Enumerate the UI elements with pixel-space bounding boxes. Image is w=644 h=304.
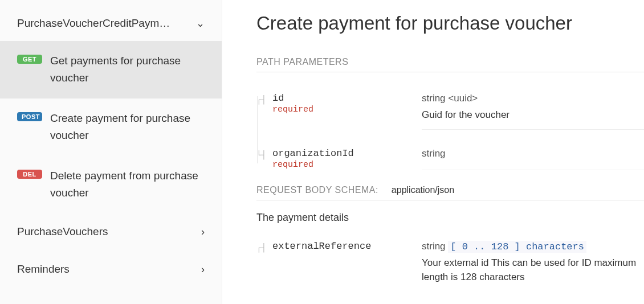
tree-connector-icon: ┌┤: [256, 243, 267, 252]
param-description: Your external id This can be used for ID…: [422, 256, 644, 285]
http-method-badge: DEL: [17, 170, 42, 179]
sidebar-item-get-payments[interactable]: GET Get payments for purchase voucher: [0, 41, 222, 98]
sidebar-item-label: PurchaseVouchers: [17, 225, 108, 238]
param-constraint: [ 0 .. 128 ] characters: [448, 241, 586, 253]
path-params-table: ┌┤ id required string <uuid> Guid for th…: [256, 84, 644, 179]
sidebar-item-label: Get payments for purchase voucher: [50, 52, 205, 87]
param-row-organization-id: └┤ organizationId required string: [256, 139, 644, 179]
param-type: string: [422, 148, 644, 159]
param-type: string [ 0 .. 128 ] characters: [422, 241, 644, 252]
page-title: Create payment for purchase voucher: [256, 13, 644, 34]
sidebar: PurchaseVoucherCreditPaym… ⌄ GET Get pay…: [0, 0, 222, 304]
sidebar-item-purchase-vouchers[interactable]: PurchaseVouchers ›: [0, 213, 222, 250]
sidebar-item-label: Create payment for purchase voucher: [50, 110, 205, 145]
sidebar-item-delete-payment[interactable]: DEL Delete payment from purchase voucher: [0, 156, 222, 213]
param-description: Guid for the voucher: [422, 108, 644, 122]
tree-line: [258, 96, 258, 163]
param-name: id: [272, 93, 313, 104]
chevron-right-icon: ›: [201, 226, 205, 238]
required-label: required: [272, 105, 313, 114]
schema-heading-text: REQUEST BODY SCHEMA:: [256, 185, 378, 195]
chevron-right-icon: ›: [201, 264, 205, 276]
sidebar-group-purchase-voucher-credit-payments[interactable]: PurchaseVoucherCreditPaym… ⌄: [0, 0, 222, 41]
chevron-down-icon: ⌄: [196, 17, 205, 30]
body-params-table: ┌┤ externalReference string [ 0 .. 128 ]…: [256, 232, 644, 301]
sidebar-item-create-payment[interactable]: POST Create payment for purchase voucher: [0, 98, 222, 156]
body-description: The payment details: [256, 212, 644, 224]
sidebar-group-label: PurchaseVoucherCreditPaym…: [17, 17, 170, 30]
param-type: string <uuid>: [422, 93, 644, 104]
param-name: externalReference: [272, 241, 371, 252]
param-row-external-reference: ┌┤ externalReference string [ 0 .. 128 ]…: [256, 232, 644, 301]
required-label: required: [272, 160, 354, 170]
main-content: Create payment for purchase voucher PATH…: [222, 0, 644, 304]
content-type: application/json: [392, 185, 454, 195]
sidebar-item-label: Delete payment from purchase voucher: [50, 167, 205, 202]
http-method-badge: POST: [17, 112, 42, 121]
sidebar-item-reminders[interactable]: Reminders ›: [0, 250, 222, 288]
param-name: organizationId: [272, 148, 354, 159]
sidebar-item-label: Reminders: [17, 263, 70, 276]
http-method-badge: GET: [17, 55, 42, 64]
param-row-id: ┌┤ id required string <uuid> Guid for th…: [256, 84, 644, 139]
path-parameters-heading: PATH PARAMETERS: [256, 57, 644, 72]
request-body-schema-heading: REQUEST BODY SCHEMA: application/json: [256, 185, 644, 200]
